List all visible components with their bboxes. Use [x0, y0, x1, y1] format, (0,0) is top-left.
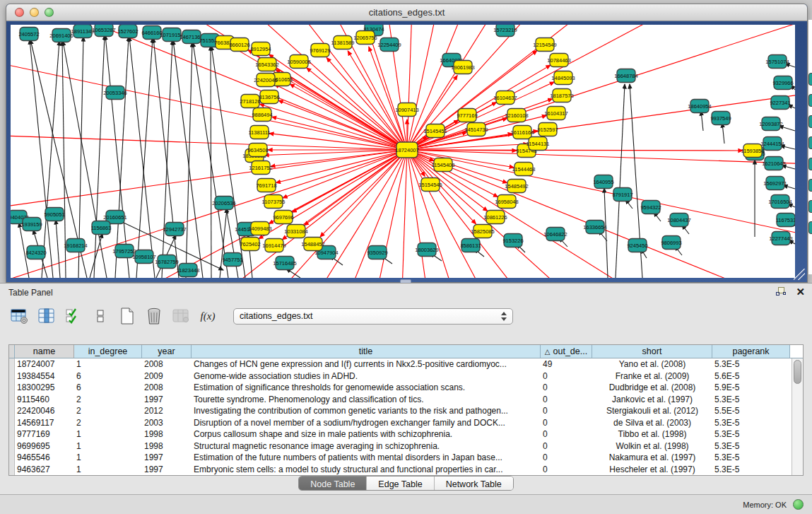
table-settings-icon[interactable] — [10, 307, 30, 325]
row-height-icon[interactable] — [90, 307, 110, 325]
network-edge[interactable] — [701, 111, 703, 131]
cell-outde[interactable]: 0 — [541, 382, 592, 394]
network-node[interactable]: 20053346 — [103, 86, 126, 100]
column-header-indegree[interactable]: in_degree — [74, 345, 142, 358]
cell-pagerank[interactable]: 5.6E-5 — [712, 370, 790, 382]
cell-indegree[interactable]: 6 — [74, 382, 142, 394]
column-header-short[interactable]: short — [592, 345, 712, 358]
network-node[interactable]: 15485492 — [505, 180, 528, 193]
function-builder-icon[interactable]: f(x) — [198, 307, 218, 325]
network-node[interactable]: 11073755 — [262, 195, 286, 209]
cell-title[interactable]: Tourette syndrome. Phenomenology and cla… — [192, 394, 541, 406]
table-row[interactable]: 911546021997Tourette syndrome. Phenomeno… — [9, 394, 792, 406]
network-node[interactable]: 12093872 — [759, 117, 782, 131]
cell-title[interactable]: Genome-wide association studies in ADHD. — [192, 370, 541, 382]
network-node[interactable]: 16104637 — [493, 91, 517, 105]
new-table-icon[interactable] — [117, 307, 137, 325]
network-node[interactable]: 9152597 — [537, 123, 558, 136]
network-node[interactable]: 16104317 — [544, 107, 567, 120]
cell-short[interactable]: Stergiakouli et al. (2012) — [592, 405, 712, 417]
cell-indegree[interactable]: 6 — [74, 370, 142, 382]
cell-short[interactable]: Wolkin et al. (1998) — [592, 440, 712, 452]
network-node[interactable]: 6466160 — [141, 26, 162, 40]
network-node[interactable]: 2718126 — [240, 95, 260, 108]
network-node[interactable]: 16336654 — [583, 221, 606, 234]
network-node[interactable]: 9245450 — [627, 239, 647, 252]
cell-indegree[interactable]: 1 — [74, 428, 142, 440]
network-node[interactable]: 12254409 — [377, 38, 401, 52]
network-node[interactable]: 15716485 — [273, 257, 296, 270]
table-row[interactable]: 946362711997Embryonic stem cells: a mode… — [9, 464, 792, 476]
network-edge[interactable] — [153, 38, 179, 278]
network-edge[interactable] — [722, 123, 724, 144]
network-node[interactable]: 10331084 — [284, 225, 307, 238]
network-node[interactable]: 9457751 — [222, 253, 242, 267]
network-node[interactable]: 2405572 — [18, 28, 39, 41]
cell-year[interactable]: 1998 — [142, 440, 192, 452]
column-header-outde[interactable]: △out_de... — [541, 345, 592, 358]
cell-title[interactable]: Embryonic stem cells: a model to study s… — [192, 464, 541, 476]
network-node[interactable]: 22420046 — [254, 74, 277, 87]
cell-title[interactable]: Corpus callosum shape and size in male p… — [192, 428, 541, 440]
cell-short[interactable]: Franke et al. (2009) — [592, 370, 712, 382]
network-edge[interactable] — [616, 84, 625, 278]
network-node[interactable]: 16914479 — [262, 239, 286, 252]
network-node[interactable]: 20206536 — [212, 197, 235, 210]
network-node[interactable]: 9769129 — [310, 44, 330, 57]
network-node[interactable]: 7691718 — [256, 179, 276, 192]
network-node[interactable]: 11545408 — [432, 158, 455, 172]
network-node[interactable]: 18724007 — [395, 142, 418, 158]
network-edge[interactable] — [162, 40, 172, 278]
tab-network-table[interactable]: Network Table — [435, 477, 513, 490]
network-node[interactable]: 12160108 — [505, 109, 528, 122]
network-edge[interactable] — [276, 69, 407, 150]
network-node[interactable]: 15751074 — [765, 55, 789, 69]
show-column-icon[interactable] — [37, 307, 57, 325]
network-node[interactable]: 9886494 — [252, 108, 272, 122]
cell-name[interactable]: 9777169 — [15, 428, 74, 440]
network-edge[interactable] — [173, 40, 203, 278]
memory-status-led[interactable] — [793, 499, 804, 510]
cell-indegree[interactable]: 1 — [74, 358, 142, 370]
network-node[interactable]: 14099483 — [248, 222, 271, 235]
network-edge[interactable] — [326, 58, 407, 150]
network-canvas[interactable]: 2405572206914061891134910653287152760264… — [11, 25, 795, 278]
network-node[interactable]: 1527602 — [117, 25, 138, 38]
network-node[interactable]: 11381111 — [248, 126, 270, 139]
cell-short[interactable]: Hescheler et al. (1997) — [592, 464, 712, 476]
cell-year[interactable]: 1997 — [142, 394, 192, 406]
network-edge[interactable] — [42, 41, 59, 278]
minimize-window-button[interactable] — [30, 8, 39, 17]
column-header-title[interactable]: title — [192, 345, 541, 358]
select-rows-icon[interactable] — [64, 307, 83, 325]
network-node[interactable]: 20691406 — [49, 29, 73, 42]
network-node[interactable]: 10784463 — [547, 54, 570, 67]
network-node[interactable]: 11544131 — [526, 137, 550, 151]
network-node[interactable]: 16648784 — [614, 69, 637, 83]
network-node[interactable]: 9227341 — [770, 96, 790, 110]
cell-pagerank[interactable]: 5.5E-5 — [712, 405, 790, 417]
network-node[interactable]: 9153226 — [502, 234, 523, 247]
cell-pagerank[interactable]: 5.3E-5 — [712, 417, 790, 429]
network-node[interactable]: 10804437 — [667, 214, 690, 227]
cell-indegree[interactable]: 2 — [74, 405, 142, 417]
network-node[interactable]: 1167533 — [776, 214, 795, 227]
network-node[interactable]: 10861226 — [483, 211, 507, 224]
network-edge[interactable] — [186, 42, 192, 278]
cell-outde[interactable]: 0 — [541, 428, 592, 440]
cell-indegree[interactable]: 1 — [74, 464, 142, 476]
network-node[interactable]: 8424320 — [25, 246, 46, 259]
cell-outde[interactable]: 0 — [541, 370, 592, 382]
network-node[interactable]: 1939159 — [21, 218, 42, 231]
cell-outde[interactable]: 0 — [541, 405, 592, 417]
network-node[interactable]: 9937549 — [710, 112, 731, 125]
network-node[interactable]: 1640955 — [593, 175, 613, 189]
network-edge[interactable] — [129, 37, 155, 278]
cell-outde[interactable]: 0 — [541, 417, 592, 429]
cell-year[interactable]: 1998 — [142, 428, 192, 440]
cell-title[interactable]: Changes of HCN gene expression and I(f) … — [192, 358, 541, 370]
cell-year[interactable]: 2009 — [142, 370, 192, 382]
import-table-icon[interactable] — [171, 307, 191, 325]
cell-pagerank[interactable]: 5.3E-5 — [712, 464, 790, 476]
table-row[interactable]: 2242004622012Investigating the contribut… — [9, 405, 792, 417]
